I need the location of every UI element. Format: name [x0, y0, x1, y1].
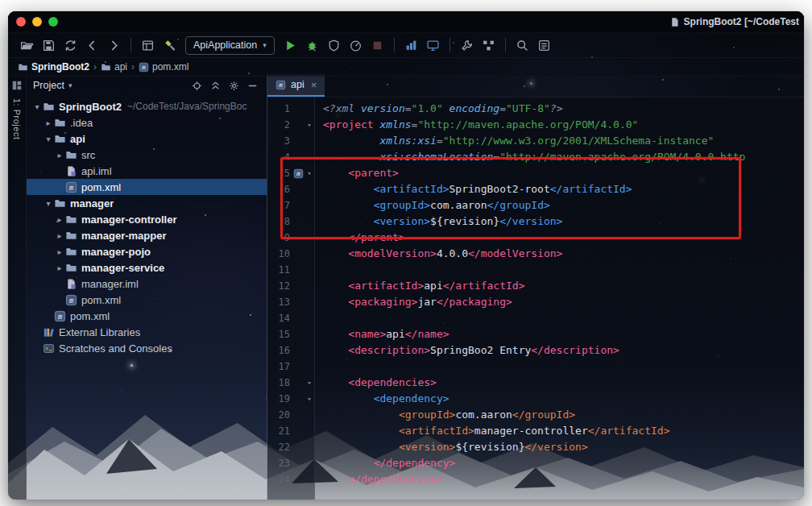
tree-item-src[interactable]: ▸src: [27, 147, 267, 163]
expand-arrow-icon[interactable]: ▾: [43, 135, 54, 143]
forward-arrow-button[interactable]: [103, 35, 125, 55]
editor-layout-button[interactable]: [137, 35, 159, 55]
code-line[interactable]: xmlns:xsi="http://www.w3.org/2001/XMLSch…: [323, 133, 804, 149]
fold-marker[interactable]: ▾: [304, 375, 314, 391]
breadcrumb-item-api[interactable]: api: [101, 61, 127, 73]
line-number: 4: [267, 149, 292, 165]
gutter-line: 23: [267, 455, 314, 471]
code-line[interactable]: <?xml version="1.0" encoding="UTF-8"?>: [323, 101, 804, 117]
code-line[interactable]: <description>SpringBoo2 Entry</descripti…: [323, 342, 804, 359]
tree-item-manager-mapper[interactable]: ▸manager-mapper: [27, 227, 267, 243]
tree-item-springboot2[interactable]: ▾SpringBoot2~/CodeTest/Java/SpringBoc: [27, 98, 267, 114]
tree-item-manager-service[interactable]: ▸manager-service: [27, 259, 267, 276]
settings-wrench-button[interactable]: [456, 35, 478, 55]
code-line[interactable]: xsi:schemaLocation="http://maven.apache.…: [323, 149, 804, 165]
debug-button[interactable]: [301, 35, 323, 55]
code-line[interactable]: <name>api</name>: [323, 326, 804, 342]
find-action-button[interactable]: [533, 35, 555, 55]
code-editor[interactable]: 12▾345m▾6789101112131415161718▾19▾202122…: [267, 97, 804, 500]
editor-tab-label: api: [291, 79, 304, 90]
expand-arrow-icon[interactable]: ▸: [54, 247, 65, 256]
code-line[interactable]: <artifactId>SpringBoot2-root</artifactId…: [323, 181, 804, 197]
code-area[interactable]: <?xml version="1.0" encoding="UTF-8"?><p…: [315, 97, 804, 500]
gutter-line: 1: [267, 101, 314, 117]
coverage-button[interactable]: [323, 35, 345, 55]
expand-arrow-icon[interactable]: ▸: [54, 151, 65, 160]
tree-item-manager-controller[interactable]: ▸manager-controller: [27, 211, 267, 227]
code-line[interactable]: <dependencies>: [323, 375, 804, 391]
collapse-all-button[interactable]: [207, 77, 223, 93]
code-line[interactable]: <version>${revision}</version>: [323, 439, 804, 455]
open-folder-button[interactable]: [16, 35, 38, 55]
profiler-button[interactable]: [345, 35, 367, 55]
project-structure-button[interactable]: [478, 35, 499, 55]
code-line[interactable]: [323, 487, 804, 500]
expand-arrow-icon[interactable]: ▸: [54, 215, 65, 224]
zoom-window-button[interactable]: [48, 17, 58, 27]
fold-marker[interactable]: ▾: [304, 165, 314, 181]
tree-item-api[interactable]: ▾api: [27, 131, 267, 147]
project-tool-button[interactable]: 1: Project: [12, 98, 22, 139]
code-line[interactable]: <version>${revision}</version>: [323, 214, 804, 230]
line-number: 3: [267, 133, 292, 149]
editor-tab-api[interactable]: m api ×: [267, 74, 325, 97]
code-line[interactable]: </dependency>: [323, 455, 804, 471]
code-line[interactable]: [323, 359, 804, 375]
tree-item-scratches-and-consoles[interactable]: Scratches and Consoles: [27, 340, 267, 356]
code-line[interactable]: <project xmlns="http://maven.apache.org/…: [323, 117, 804, 133]
tree-item-api-iml[interactable]: api.iml: [27, 163, 267, 179]
code-line[interactable]: <packaging>jar</packaging>: [323, 294, 804, 310]
tree-item-manager-pojo[interactable]: ▸manager-pojo: [27, 243, 267, 259]
expand-arrow-icon[interactable]: ▾: [43, 199, 54, 208]
fold-marker[interactable]: ▾: [304, 117, 314, 133]
sync-button[interactable]: [60, 35, 81, 55]
close-tab-icon[interactable]: ×: [311, 79, 317, 91]
code-line[interactable]: <parent>: [323, 165, 804, 181]
settings-gear-button[interactable]: [226, 77, 242, 93]
run-configuration-select[interactable]: ApiApplication▾: [185, 36, 275, 55]
search-button[interactable]: [512, 35, 533, 55]
tree-item-manager-iml[interactable]: manager.iml: [27, 276, 267, 292]
tree-item-manager[interactable]: ▾manager: [27, 195, 267, 211]
stop-button[interactable]: [367, 35, 388, 55]
breadcrumb-item-pom-xml[interactable]: mpom.xml: [139, 61, 188, 73]
tree-item-external-libraries[interactable]: External Libraries: [27, 324, 267, 340]
chart-button[interactable]: [400, 35, 422, 55]
svg-text:m: m: [57, 312, 62, 320]
code-line[interactable]: </parent>: [323, 230, 804, 246]
expand-arrow-icon[interactable]: ▸: [43, 118, 54, 127]
tree-item-pom-xml[interactable]: mpom.xml: [27, 292, 267, 308]
locate-button[interactable]: [188, 77, 205, 93]
build-hammer-button[interactable]: [159, 35, 180, 55]
code-line[interactable]: [323, 262, 804, 278]
code-line[interactable]: <groupId>com.aaron</groupId>: [323, 197, 804, 214]
project-panel-title[interactable]: Project: [33, 80, 64, 91]
project-tool-icon[interactable]: [11, 80, 23, 91]
code-line[interactable]: <modelVersion>4.0.0</modelVersion>: [323, 246, 804, 262]
tree-item-pom-xml[interactable]: mpom.xml: [27, 179, 267, 195]
code-line[interactable]: <artifactId>api</artifactId>: [323, 278, 804, 294]
tree-item-pom-xml[interactable]: mpom.xml: [27, 308, 267, 324]
gutter-line: 8: [267, 214, 314, 230]
code-line[interactable]: <groupId>com.aaron</groupId>: [323, 407, 804, 423]
fold-marker[interactable]: ▾: [304, 391, 314, 407]
breadcrumb-item-springboot2[interactable]: SpringBoot2: [18, 61, 89, 73]
close-window-button[interactable]: [16, 17, 26, 27]
code-line[interactable]: <dependency>: [323, 391, 804, 407]
expand-arrow-icon[interactable]: ▸: [54, 231, 65, 240]
hide-panel-button[interactable]: [244, 77, 260, 93]
expand-arrow-icon[interactable]: ▾: [31, 102, 43, 111]
line-number: 15: [267, 326, 292, 342]
save-button[interactable]: [38, 35, 60, 55]
code-line[interactable]: [323, 310, 804, 326]
minimize-window-button[interactable]: [32, 17, 42, 27]
back-arrow-button[interactable]: [81, 35, 103, 55]
expand-arrow-icon[interactable]: ▸: [54, 263, 65, 272]
code-line[interactable]: <artifactId>manager-controller</artifact…: [323, 423, 804, 439]
code-line[interactable]: </dependencies>: [323, 471, 804, 487]
hide-panel-icon: [246, 80, 259, 92]
monitor-button[interactable]: [422, 35, 444, 55]
run-button[interactable]: [280, 35, 301, 55]
folder-icon: [54, 197, 66, 209]
tree-item--idea[interactable]: ▸.idea: [27, 114, 267, 131]
